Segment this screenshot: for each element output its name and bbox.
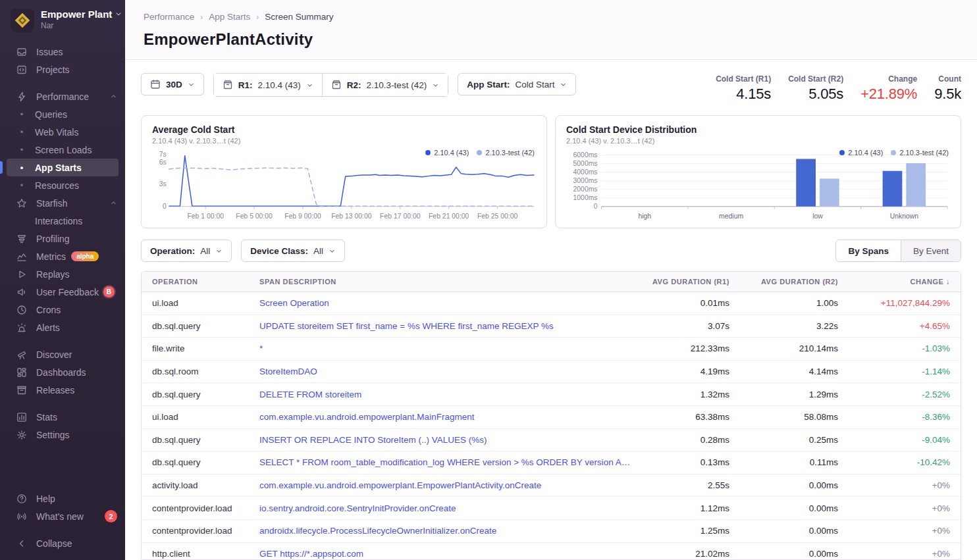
tab-by-spans[interactable]: By Spans [836,240,901,261]
bullet-dot-icon: • [16,127,27,138]
sidebar-item-queries[interactable]: •Queries [0,105,125,123]
span-description-link[interactable]: GET https://*.appspot.com [249,549,641,559]
alpha-badge: alpha [71,251,99,261]
cell-operation: file.write [142,344,249,353]
release-icon [331,80,342,90]
date-range-filter[interactable]: 30D [141,73,204,95]
metrics-icon [16,251,27,262]
cell-avg-duration-r1: 0.13ms [641,457,740,467]
sidebar-item-performance[interactable]: Performance [0,88,125,105]
sidebar-item-user-feedback[interactable]: User FeedbackB [0,283,125,301]
svg-text:Feb 1 00:00: Feb 1 00:00 [187,213,224,220]
app-start-type-filter[interactable]: App Start:Cold Start [458,73,576,95]
span-description-link[interactable]: UPDATE storeitem SET first_name = %s WHE… [249,321,641,331]
cell-avg-duration-r2: 1.29ms [740,390,849,399]
breadcrumb-item-app-starts[interactable]: App Starts [209,12,250,22]
sidebar-item-app-starts[interactable]: •App Starts [0,159,125,176]
span-description-link[interactable]: DELETE FROM storeitem [249,390,641,399]
sidebar-item-projects[interactable]: Projects [0,61,125,78]
legend-item: 2.10.4 (43) [839,149,883,157]
sidebar-item-replays[interactable]: Replays [0,265,125,283]
cell-change: +4.65% [849,321,961,331]
sidebar-item-label: Releases [36,385,74,395]
span-description-link[interactable]: INSERT OR REPLACE INTO StoreItem (..) VA… [249,435,641,445]
column-header-avg-duration-r1[interactable]: Avg Duration (R1) [641,278,740,286]
sidebar-item-issues[interactable]: Issues [0,43,125,61]
legend-label: 2.10.3-test (42) [485,149,535,157]
replays-icon [16,269,27,280]
sidebar-item-label: Interactions [35,216,82,226]
column-header-change[interactable]: Change↓ [849,277,961,286]
span-description-link[interactable]: StoreItemDAO [249,367,641,376]
svg-text:4000ms: 4000ms [573,168,598,176]
span-description-link[interactable]: Screen Operation [249,298,641,308]
sidebar-item-label: Profiling [36,234,70,244]
device-class-filter[interactable]: Device Class:All [241,240,345,262]
span-description-link[interactable]: com.example.vu.android.empowerplant.Main… [249,412,641,422]
sidebar-item-label: Screen Loads [35,145,92,155]
sidebar-item-alerts[interactable]: Alerts [0,318,125,336]
chart-title: Cold Start Device Distribution [566,124,950,135]
chart-legend: 2.10.4 (43)2.10.3-test (42) [425,149,535,157]
sidebar-item-label: Starfish [36,198,67,209]
legend-label: 2.10.4 (43) [848,149,883,157]
sidebar-item-discover[interactable]: Discover [0,345,125,363]
span-description-link[interactable]: androidx.lifecycle.ProcessLifecycleOwner… [249,526,641,536]
crons-icon [16,305,27,315]
sidebar-item-help[interactable]: Help [0,490,125,507]
tab-by-event[interactable]: By Event [901,240,961,261]
stat-cold-start-r1: Cold Start (R1)4.15s [716,74,771,103]
sidebar-item-screen-loads[interactable]: •Screen Loads [0,141,125,159]
sidebar-item-label: Help [36,494,55,504]
cell-avg-duration-r1: 4.19ms [641,367,740,376]
cell-avg-duration-r1: 212.33ms [641,344,740,353]
sidebar-item-dashboards[interactable]: Dashboards [0,363,125,381]
cell-change: +0% [849,503,961,513]
sidebar-item-stats[interactable]: Stats [0,408,125,426]
sidebar-item-resources[interactable]: •Resources [0,176,125,194]
dashboards-icon [16,367,27,378]
cell-change: +0% [849,480,961,490]
sidebar-item-starfish[interactable]: Starfish [0,194,125,212]
charts-row: Average Cold Start2.10.4 (43) v. 2.10.3…… [125,103,977,228]
release2-filter[interactable]: R2:2.10.3-test (42) [322,74,448,96]
sidebar-item-releases[interactable]: Releases [0,381,125,399]
sidebar-item-metrics[interactable]: Metricsalpha [0,247,125,265]
span-description-link[interactable]: io.sentry.android.core.SentryInitProvide… [249,503,641,513]
sidebar-item-crons[interactable]: Crons [0,301,125,318]
release-prefix: R1: [238,80,253,90]
svg-text:3000ms: 3000ms [573,177,598,184]
release-prefix: R2: [347,80,361,90]
sidebar-footer: HelpWhat's new2Collapse [0,490,125,560]
sidebar-item-what-s-new[interactable]: What's new2 [0,507,125,525]
span-description-link[interactable]: SELECT * FROM room_table_modification_lo… [249,457,641,467]
cell-operation: contentprovider.load [142,526,249,536]
column-header-avg-duration-r2[interactable]: Avg Duration (R2) [740,278,849,286]
stat-value: +21.89% [860,86,917,103]
operation-filter[interactable]: Operation:All [141,240,232,262]
span-description-link[interactable]: com.example.vu.android.empowerplant.Empo… [249,480,641,490]
page-header: Performance›App Starts›Screen Summary Em… [125,0,977,60]
svg-text:7s: 7s [159,151,167,158]
svg-text:Feb 5 00:00: Feb 5 00:00 [236,213,273,220]
alerts-icon [16,322,27,333]
sidebar-item-settings[interactable]: Settings [0,426,125,444]
svg-text:high: high [638,213,651,220]
device-distribution-card: Cold Start Device Distribution2.10.4 (43… [555,115,961,228]
org-switcher[interactable]: Empower Plant Nar [0,0,125,43]
sidebar-item-interactions[interactable]: Interactions [0,212,125,230]
span-description-link[interactable]: * [249,344,641,353]
release1-filter[interactable]: R1:2.10.4 (43) [214,74,322,96]
cell-avg-duration-r2: 1.00s [740,298,849,308]
legend-item: 2.10.3-test (42) [477,149,535,157]
breadcrumb-item-performance[interactable]: Performance [144,12,194,22]
sidebar-item-label: Alerts [36,322,60,333]
sidebar-item-web-vitals[interactable]: •Web Vitals [0,123,125,141]
sidebar-item-collapse[interactable]: Collapse [0,534,125,552]
chevron-down-icon [188,81,195,88]
cell-avg-duration-r1: 0.01ms [641,298,740,308]
svg-text:Feb 25 00:00: Feb 25 00:00 [477,213,518,220]
cell-avg-duration-r2: 0.00ms [740,526,849,536]
sidebar-item-profiling[interactable]: Profiling [0,230,125,247]
table-row: activity.loadcom.example.vu.android.empo… [142,474,961,497]
